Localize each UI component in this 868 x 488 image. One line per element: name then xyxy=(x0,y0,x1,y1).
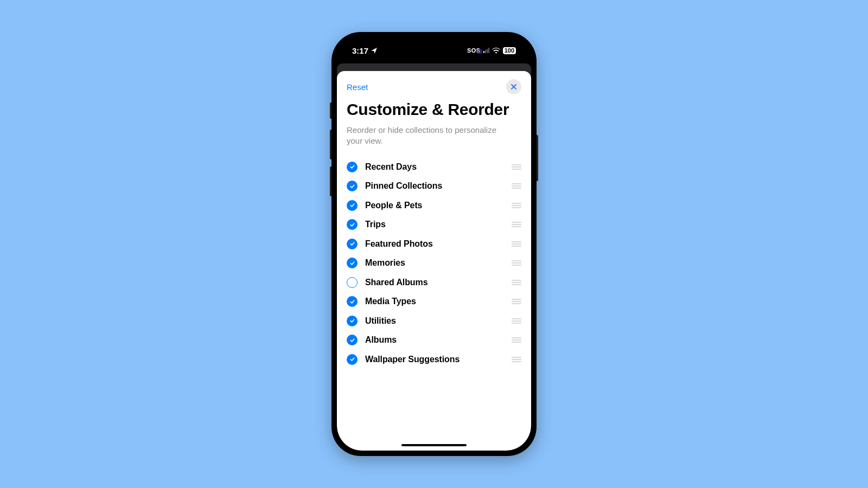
phone-power-button xyxy=(537,135,538,181)
phone-volume-up xyxy=(330,130,331,159)
collection-row: Featured Photos xyxy=(347,234,521,254)
collection-label: Recent Days xyxy=(365,162,504,172)
collection-label: Trips xyxy=(365,220,504,229)
collection-label: Featured Photos xyxy=(365,239,504,249)
customize-sheet: Reset Customize & Reorder Reorder or hid… xyxy=(337,71,531,451)
collection-label: Pinned Collections xyxy=(365,181,504,191)
dynamic-island xyxy=(403,43,465,60)
collection-label: Memories xyxy=(365,258,504,268)
checkbox-unchecked-icon[interactable] xyxy=(347,277,358,288)
drag-handle-icon[interactable] xyxy=(512,357,521,362)
collection-label: People & Pets xyxy=(365,201,504,210)
checkbox-checked-icon[interactable] xyxy=(347,200,358,211)
collection-row: Albums xyxy=(347,331,521,350)
drag-handle-icon[interactable] xyxy=(512,299,521,304)
collection-label: Shared Albums xyxy=(365,278,504,287)
checkbox-checked-icon[interactable] xyxy=(347,219,358,230)
checkbox-checked-icon[interactable] xyxy=(347,335,358,345)
wifi-icon xyxy=(492,48,500,54)
collection-row: Media Types xyxy=(347,292,521,312)
drag-handle-icon[interactable] xyxy=(512,203,521,208)
drag-handle-icon[interactable] xyxy=(512,260,521,266)
collection-row: Trips xyxy=(347,215,521,235)
drag-handle-icon[interactable] xyxy=(512,183,521,189)
sheet-subtitle: Reorder or hide collections to personali… xyxy=(347,125,521,147)
checkbox-checked-icon[interactable] xyxy=(347,181,358,191)
collection-label: Media Types xyxy=(365,297,504,306)
drag-handle-icon[interactable] xyxy=(512,337,521,343)
collection-row: Shared Albums xyxy=(347,273,521,292)
checkbox-checked-icon[interactable] xyxy=(347,296,358,307)
checkbox-checked-icon[interactable] xyxy=(347,258,358,268)
collection-label: Utilities xyxy=(365,316,504,326)
drag-handle-icon[interactable] xyxy=(512,318,521,324)
reset-button[interactable]: Reset xyxy=(347,82,368,92)
collection-row: Recent Days xyxy=(347,157,521,177)
checkbox-checked-icon[interactable] xyxy=(347,162,358,172)
collection-row: People & Pets xyxy=(347,196,521,215)
checkbox-checked-icon[interactable] xyxy=(347,316,358,326)
status-right: SOS 100 xyxy=(467,47,516,54)
drag-handle-icon[interactable] xyxy=(512,241,521,247)
drag-handle-icon[interactable] xyxy=(512,164,521,170)
phone-frame: 3:17 SOS 100 R xyxy=(331,32,537,456)
battery-indicator: 100 xyxy=(503,47,516,54)
close-icon xyxy=(510,84,517,90)
phone-side-button xyxy=(330,102,331,119)
status-left: 3:17 xyxy=(352,46,378,55)
cellular-signal-icon xyxy=(483,48,489,53)
home-indicator[interactable] xyxy=(401,444,467,446)
phone-volume-down xyxy=(330,166,331,196)
phone-screen: 3:17 SOS 100 R xyxy=(337,37,531,451)
location-arrow-icon xyxy=(371,47,378,54)
sheet-header: Reset xyxy=(347,79,521,95)
status-time: 3:17 xyxy=(352,46,368,55)
collection-label: Wallpaper Suggestions xyxy=(365,355,504,364)
collection-row: Utilities xyxy=(347,311,521,331)
collection-row: Wallpaper Suggestions xyxy=(347,350,521,369)
collection-label: Albums xyxy=(365,335,504,345)
collection-row: Memories xyxy=(347,254,521,273)
camera-indicator xyxy=(477,49,483,54)
drag-handle-icon[interactable] xyxy=(512,280,521,285)
checkbox-checked-icon[interactable] xyxy=(347,239,358,249)
checkbox-checked-icon[interactable] xyxy=(347,354,358,365)
collection-row: Pinned Collections xyxy=(347,177,521,196)
collection-list: Recent DaysPinned CollectionsPeople & Pe… xyxy=(347,157,521,369)
sheet-title: Customize & Reorder xyxy=(347,100,521,119)
close-button[interactable] xyxy=(506,79,521,94)
drag-handle-icon[interactable] xyxy=(512,222,521,227)
